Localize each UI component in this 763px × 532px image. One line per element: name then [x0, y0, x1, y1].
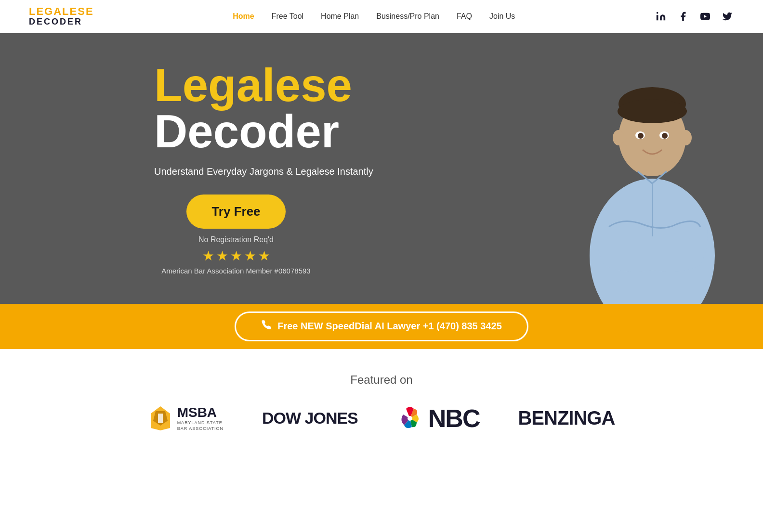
twitter-icon[interactable]	[721, 10, 734, 23]
logo-legalese: LEGALESE	[29, 6, 94, 17]
speed-dial-text: Free NEW SpeedDial AI Lawyer +1 (470) 83…	[277, 321, 502, 332]
no-registration-text: No Registration Req'd	[198, 235, 274, 244]
msba-label: MSBA	[177, 405, 224, 420]
nav-faq[interactable]: FAQ	[457, 12, 472, 21]
nav-join-us[interactable]: Join Us	[489, 12, 515, 21]
facebook-icon[interactable]	[676, 10, 690, 23]
star-rating: ★ ★ ★ ★ ★	[202, 248, 270, 264]
nbc-label: NBC	[428, 404, 480, 433]
speed-dial-button[interactable]: Free NEW SpeedDial AI Lawyer +1 (470) 83…	[235, 311, 528, 341]
logo-dowjones: DOW JONES	[262, 409, 358, 428]
nav-home-plan[interactable]: Home Plan	[321, 12, 359, 21]
svg-point-12	[613, 130, 624, 145]
hero-title-legalese: Legalese	[154, 62, 373, 108]
social-icons	[654, 10, 734, 23]
aba-membership-text: American Bar Association Member #0607859…	[161, 267, 310, 275]
star-3: ★	[230, 248, 242, 264]
svg-point-11	[662, 133, 668, 139]
hero-subtitle: Understand Everyday Jargons & Legalese I…	[154, 166, 373, 177]
main-nav: Home Free Tool Home Plan Business/Pro Pl…	[233, 12, 515, 21]
star-1: ★	[202, 248, 214, 264]
logo-decoder: DECODER	[29, 17, 94, 27]
star-5-half: ★	[258, 248, 270, 264]
hero-title-decoder: Decoder	[154, 108, 373, 155]
svg-rect-0	[657, 15, 658, 20]
nav-home[interactable]: Home	[233, 12, 254, 21]
logo-msba: MSBA MARYLAND STATEBAR ASSOCIATION	[148, 404, 224, 433]
svg-point-18	[408, 416, 412, 421]
featured-logos: MSBA MARYLAND STATEBAR ASSOCIATION DOW J…	[29, 404, 734, 433]
try-free-button[interactable]: Try Free	[186, 195, 285, 229]
header: LEGALESE DECODER Home Free Tool Home Pla…	[0, 0, 763, 33]
hero-section: Legalese Decoder Understand Everyday Jar…	[0, 33, 763, 304]
star-4: ★	[244, 248, 256, 264]
featured-title: Featured on	[29, 373, 734, 387]
nav-business-pro-plan[interactable]: Business/Pro Plan	[376, 12, 439, 21]
hero-person-image	[570, 53, 734, 304]
linkedin-icon[interactable]	[654, 10, 668, 23]
featured-section: Featured on MSBA MARYLAND STATEBAR ASSOC…	[0, 349, 763, 452]
speed-dial-banner: Free NEW SpeedDial AI Lawyer +1 (470) 83…	[0, 304, 763, 349]
svg-point-10	[638, 133, 644, 139]
svg-point-1	[657, 12, 658, 14]
hero-content: Legalese Decoder Understand Everyday Jar…	[0, 33, 373, 304]
svg-point-7	[618, 99, 687, 123]
svg-rect-17	[158, 414, 163, 423]
youtube-icon[interactable]	[698, 10, 712, 23]
msba-sublabel: MARYLAND STATEBAR ASSOCIATION	[177, 420, 224, 431]
star-2: ★	[216, 248, 228, 264]
logo-benzinga: BENZINGA	[518, 407, 615, 429]
svg-point-13	[680, 130, 692, 145]
logo[interactable]: LEGALESE DECODER	[29, 6, 94, 27]
nav-free-tool[interactable]: Free Tool	[272, 12, 303, 21]
phone-icon	[261, 320, 272, 333]
logo-nbc: NBC	[396, 404, 480, 433]
